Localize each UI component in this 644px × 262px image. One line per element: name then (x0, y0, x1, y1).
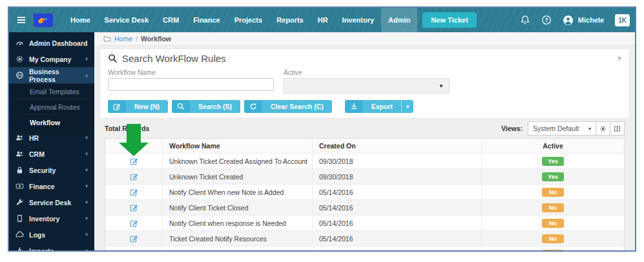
clear-search-button-label: Clear Search (C) (262, 100, 332, 113)
views-select-value: System Default (533, 125, 579, 132)
table-row: Notify Client when response is Needed 05… (105, 215, 624, 230)
table-header-row: Workflow Name Created On Active (105, 139, 624, 153)
sidebar-item-label: My Company (29, 55, 71, 63)
sidebar-item-label: HR (29, 134, 39, 142)
select-arrow-icon: ▾ (588, 126, 591, 132)
sidebar-subitem-email-templates[interactable]: Email Templates (9, 83, 94, 99)
edit-icon[interactable] (130, 250, 138, 250)
chevron-up-icon: ▴ (85, 72, 88, 78)
export-button[interactable]: Export ▾ (345, 100, 413, 113)
table-row: Ticket Created Notify Resources 05/14/20… (105, 230, 624, 246)
gear-icon (16, 55, 24, 63)
sidebar-item-label: Admin Dashboard (29, 39, 87, 47)
sidebar-item-admin-dashboard[interactable]: Admin Dashboard (9, 35, 94, 51)
sidebar-subitem-workflow[interactable]: Workflow (9, 114, 94, 130)
sidebar-item-label: Imports (29, 247, 54, 251)
top-navigation-bar: Home Service Desk CRM Finance Projects R… (9, 8, 635, 32)
sidebar-item-logs[interactable]: Logs ▾ (9, 227, 94, 243)
search-icon (172, 100, 190, 113)
sidebar-item-imports[interactable]: Imports ▾ (9, 243, 94, 250)
views-settings-button[interactable] (596, 121, 610, 136)
workflow-name-cell: Notify Client when response is Needed (162, 216, 312, 230)
new-button[interactable]: New (N) (108, 100, 168, 113)
views-label: Views: (501, 125, 523, 132)
column-chooser-button[interactable] (610, 121, 625, 136)
workflow-name-cell: Notify Client When new Note is Added (162, 185, 312, 199)
table-row: Notify Client Ticket Closed 05/14/2016 N… (105, 199, 624, 215)
help-icon[interactable] (541, 15, 552, 25)
search-form: Workflow Name Active ▼ (108, 68, 621, 94)
clear-search-button[interactable]: Clear Search (C) (244, 100, 332, 113)
app-logo[interactable] (34, 14, 53, 27)
chevron-down-icon: ▾ (85, 56, 88, 62)
nav-item-reports[interactable]: Reports (269, 8, 311, 32)
sidebar-item-security[interactable]: Security ▾ (9, 162, 94, 178)
sidebar-item-inventory[interactable]: Inventory ▾ (9, 210, 94, 227)
select-arrow-icon: ▼ (439, 83, 444, 89)
device-icon (16, 214, 24, 223)
export-icon (345, 100, 363, 113)
business-process-submenu: Email Templates Approval Routes Workflow (9, 83, 94, 130)
active-badge: No (542, 219, 564, 228)
chevron-down-icon: ▾ (85, 135, 88, 141)
nav-item-crm[interactable]: CRM (156, 8, 186, 32)
search-button[interactable]: Search (S) (172, 100, 240, 113)
nav-item-hr[interactable]: HR (311, 8, 335, 32)
nav-item-service-desk[interactable]: Service Desk (98, 8, 156, 32)
sidebar-item-label: Finance (29, 183, 55, 190)
table-row: Unknown Ticket Created 09/30/2018 Yes (105, 168, 624, 184)
hamburger-menu-icon[interactable] (16, 14, 27, 26)
views-select[interactable]: System Default ▾ (528, 121, 596, 136)
refresh-icon (244, 100, 262, 113)
edit-icon[interactable] (130, 172, 138, 181)
new-ticket-button[interactable]: New Ticket (422, 12, 476, 28)
created-on-cell: 05/14/2016 (312, 247, 481, 250)
active-select[interactable]: ▼ (284, 78, 450, 94)
nav-item-inventory[interactable]: Inventory (335, 8, 382, 32)
sidebar-item-hr[interactable]: HR ▾ (9, 130, 94, 146)
edit-icon[interactable] (130, 234, 138, 243)
banknote-icon (16, 182, 24, 190)
nav-item-finance[interactable]: Finance (186, 8, 227, 32)
nav-item-home[interactable]: Home (63, 8, 98, 32)
collapse-panel-chevron-icon[interactable]: ▾ (618, 54, 621, 62)
nav-item-projects[interactable]: Projects (227, 8, 269, 32)
user-menu[interactable]: Michele (563, 15, 604, 26)
header-workflow-name: Workflow Name (162, 139, 312, 153)
active-badge: No (542, 203, 564, 212)
main-nav: Home Service Desk CRM Finance Projects R… (63, 8, 477, 32)
bell-icon[interactable] (520, 15, 530, 25)
breadcrumb: Home / Workflow (94, 32, 635, 46)
sidebar-item-label: CRM (29, 150, 45, 158)
wrench-icon (16, 198, 24, 207)
sidebar-subitem-approval-routes[interactable]: Approval Routes (9, 99, 94, 114)
edit-icon[interactable] (130, 203, 138, 212)
sidebar-item-service-desk[interactable]: Service Desk ▾ (9, 194, 94, 210)
sidebar-item-label: Logs (29, 231, 45, 239)
sidebar-item-crm[interactable]: CRM ▾ (9, 146, 94, 162)
created-on-cell: 05/14/2016 (312, 185, 481, 199)
workflow-name-cell: Unknown Ticket Created Assigned To Accou… (162, 154, 312, 168)
action-toolbar: New (N) Search (S) Clear Search (C) Expo… (108, 100, 621, 113)
workflow-name-input[interactable] (108, 78, 274, 91)
active-badge: Yes (542, 157, 564, 166)
edit-icon[interactable] (130, 188, 138, 196)
active-label: Active (284, 68, 450, 76)
export-dropdown-caret-icon[interactable]: ▾ (401, 100, 413, 113)
created-on-cell: 05/14/2016 (312, 200, 481, 215)
nav-item-admin[interactable]: Admin (381, 8, 417, 32)
search-workflow-panel: Search WorkFlow Rules ▾ Workflow Name Ac… (99, 48, 630, 119)
sidebar-item-finance[interactable]: Finance ▾ (9, 178, 94, 194)
brand-badge[interactable]: 1K (615, 14, 630, 26)
sidebar-item-my-company[interactable]: My Company ▾ (9, 51, 94, 67)
total-records-label: Total Records (105, 125, 149, 132)
workflow-name-cell: Notify Client Ticket Closed (162, 200, 312, 215)
chevron-down-icon: ▾ (85, 167, 88, 173)
main-content: Home / Workflow Search WorkFlow Rules ▾ … (94, 32, 635, 250)
workflow-name-label: Workflow Name (108, 68, 274, 76)
table-row: Ticket Created Notify Client 05/14/2016 … (105, 246, 624, 250)
edit-icon[interactable] (130, 157, 138, 165)
sidebar-item-business-process[interactable]: Business Process ▴ (9, 67, 94, 83)
edit-icon[interactable] (130, 219, 138, 227)
breadcrumb-home-link[interactable]: Home (114, 35, 132, 43)
